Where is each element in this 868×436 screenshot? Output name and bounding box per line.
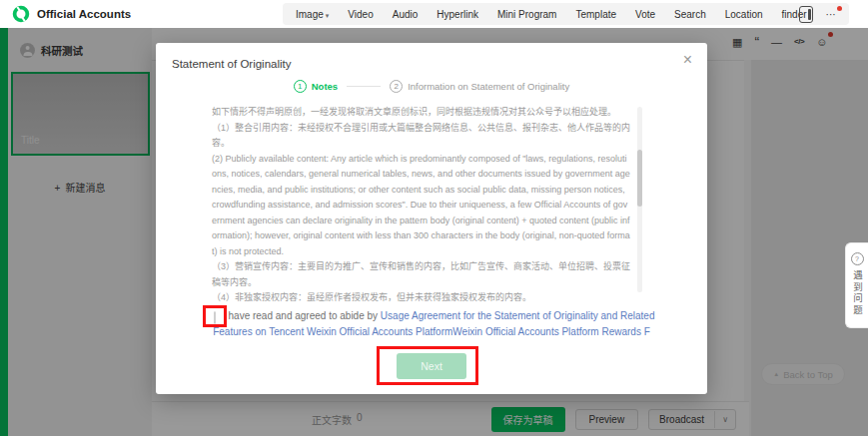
nav-video[interactable]: Video xyxy=(348,9,373,20)
step-1-circle: 1 xyxy=(294,80,307,93)
nav-image[interactable]: Image▾ xyxy=(296,9,329,20)
official-accounts-logo xyxy=(12,5,30,23)
nav-mini-program[interactable]: Mini Program xyxy=(497,9,556,20)
notification-dot xyxy=(837,6,842,11)
next-button[interactable]: Next xyxy=(397,353,466,379)
notice-paragraph: （3）营销宣传内容：主要目的为推广、宣传和销售的内容，比如广告宣传、商家活动、单… xyxy=(212,259,631,290)
help-label: 遇到问题 xyxy=(850,270,864,316)
nav-location[interactable]: Location xyxy=(725,9,763,20)
notice-paragraph: （4）非独家授权内容：虽经原作者授权发布，但并未获得独家授权发布的内容。 xyxy=(212,290,631,301)
nav-more[interactable]: ··· xyxy=(826,9,836,20)
nav-template[interactable]: Template xyxy=(575,9,616,20)
nav-search[interactable]: Search xyxy=(674,9,706,20)
nav-audio[interactable]: Audio xyxy=(393,9,419,20)
dialog-scrollbar-thumb[interactable] xyxy=(637,150,642,207)
dialog-scrollbar-track[interactable] xyxy=(637,107,642,292)
close-icon[interactable]: × xyxy=(683,52,692,68)
insert-toolbar: Image▾ Video Audio Hyperlink Mini Progra… xyxy=(283,3,849,25)
chevron-down-icon: ▾ xyxy=(326,12,330,19)
step-1-label: Notes xyxy=(312,81,338,92)
agreement-checkbox[interactable] xyxy=(214,311,216,324)
top-header: Official Accounts Image▾ Video Audio Hyp… xyxy=(0,0,868,28)
statement-of-originality-dialog: Statement of Originality × 1 Notes 2 Inf… xyxy=(156,43,707,394)
notice-paragraph: 如下情形不得声明原创，一经发现将取消文章原创标识，同时根据违规情况对其公众号予以… xyxy=(212,105,631,121)
app-title: Official Accounts xyxy=(37,8,131,20)
step-information: 2 Information on Statement of Originalit… xyxy=(390,80,569,93)
dialog-title: Statement of Originality xyxy=(172,58,292,70)
notes-text: 如下情形不得声明原创，一经发现将取消文章原创标识，同时根据违规情况对其公众号予以… xyxy=(212,105,631,301)
nav-hyperlink[interactable]: Hyperlink xyxy=(436,9,478,20)
rewards-agreement-link[interactable]: Weixin Official Accounts Platform Reward… xyxy=(452,326,649,337)
agreement-row: have read and agreed to abide by Usage A… xyxy=(197,308,666,340)
step-connector xyxy=(347,86,381,87)
stepper: 1 Notes 2 Information on Statement of Or… xyxy=(156,80,707,93)
notice-paragraph: （1）整合引用内容：未经授权不合理引用或大篇幅整合网络信息、公共信息、报刊杂志、… xyxy=(212,121,631,152)
collapse-panel-icon[interactable] xyxy=(799,6,813,23)
nav-vote[interactable]: Vote xyxy=(635,9,655,20)
agreement-text: have read and agreed to abide by xyxy=(229,310,381,321)
step-notes: 1 Notes xyxy=(294,80,338,93)
help-widget[interactable]: ? 遇到问题 xyxy=(845,242,868,328)
notice-paragraph: (2) Publicly available content: Any arti… xyxy=(212,152,631,260)
question-icon: ? xyxy=(851,252,864,265)
step-2-label: Information on Statement of Originality xyxy=(408,81,569,92)
agreement-checkbox-wrap xyxy=(209,310,221,322)
next-button-wrap: Next xyxy=(397,353,466,379)
step-2-circle: 2 xyxy=(390,80,403,93)
